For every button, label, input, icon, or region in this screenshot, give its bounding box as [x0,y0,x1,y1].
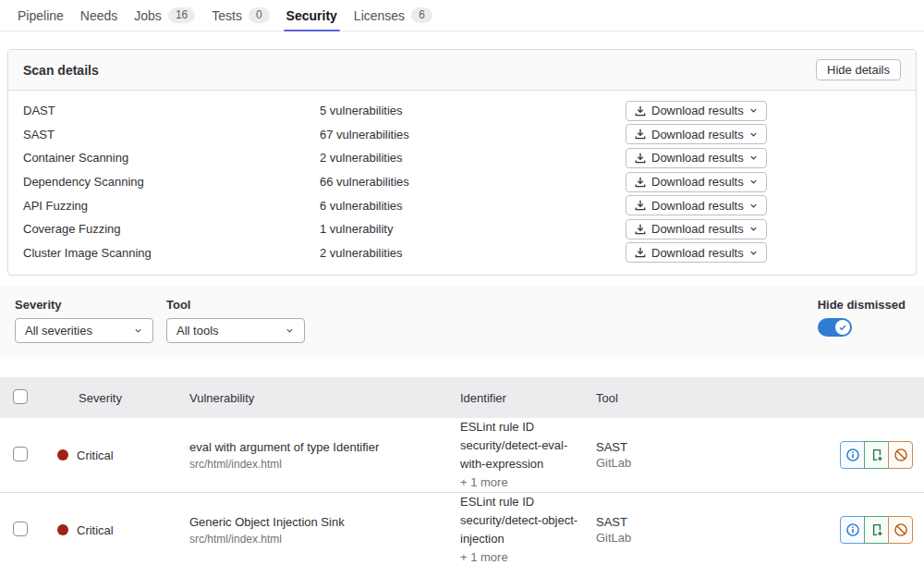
row-checkbox[interactable] [13,522,28,536]
row-actions [840,516,924,544]
scan-name: DAST [23,104,320,117]
tab-tests[interactable]: Tests0 [203,0,277,31]
pipeline-tabs: Pipeline Needs Jobs16 Tests0 Security Li… [0,0,924,31]
scan-details-title: Scan details [23,63,99,78]
identifier-more: + 1 more [460,548,581,565]
tab-jobs-count-badge: 16 [168,7,195,23]
download-icon [634,176,647,189]
vulnerability-file-path: src/html/index.html [189,533,434,546]
column-header-tool: Tool [587,391,702,405]
scan-details-card: Scan details Hide details DAST 5 vulnera… [7,49,917,276]
download-results-button[interactable]: Download results [626,101,767,121]
select-all-checkbox[interactable] [13,389,28,404]
hide-details-button[interactable]: Hide details [816,59,901,80]
dismiss-vulnerability-button[interactable] [888,441,913,469]
chevron-down-icon [748,153,759,163]
tab-label: Needs [80,8,117,23]
identifier-text: ESLint rule ID security/detect-object-in… [460,493,581,548]
download-results-label: Download results [651,246,744,260]
dismiss-vulnerability-button[interactable] [888,516,913,544]
tab-label: Tests [212,8,242,23]
tab-label: Jobs [134,8,162,23]
tab-licenses[interactable]: Licenses6 [346,0,441,31]
create-issue-button[interactable] [864,441,889,469]
download-results-button[interactable]: Download results [626,195,767,215]
download-results-label: Download results [651,175,744,189]
scan-count: 5 vulnerabilities [320,104,626,117]
hide-dismissed-toggle[interactable] [818,318,852,337]
vulnerability-cell: Generic Object Injection Sink src/html/i… [180,515,451,546]
download-results-button[interactable]: Download results [626,172,767,192]
chevron-down-icon [748,248,759,258]
download-results-button[interactable]: Download results [626,148,767,168]
identifier-more: + 1 more [460,473,581,492]
scan-row-cluster-image-scanning: Cluster Image Scanning 2 vulnerabilities… [23,241,901,265]
more-info-button[interactable] [840,441,865,469]
chevron-down-icon [748,177,759,187]
tool-name: SAST [596,514,702,530]
hide-dismissed-filter: Hide dismissed [818,298,909,337]
vulnerability-title-link[interactable]: eval with argument of type Identifier [189,440,434,454]
tool-cell: SAST GitLab [587,514,702,546]
table-header-checkbox-cell [0,389,44,407]
vulnerability-title-link[interactable]: Generic Object Injection Sink [189,515,434,529]
information-icon [845,448,860,462]
scan-name: Coverage Fuzzing [23,222,320,236]
scan-count: 2 vulnerabilities [320,151,626,165]
download-icon [634,152,647,165]
download-results-label: Download results [651,222,744,236]
table-header-row: Severity Vulnerability Identifier Tool [0,377,924,418]
dismiss-icon [894,522,908,537]
vulnerability-cell: eval with argument of type Identifier sr… [180,440,451,471]
tab-pipeline[interactable]: Pipeline [9,0,72,31]
download-icon [634,199,647,212]
severity-label: Critical [77,448,114,462]
severity-label: Critical [77,523,114,537]
vulnerability-file-path: src/html/index.html [189,458,434,471]
tab-licenses-count-badge: 6 [411,7,432,23]
download-results-button[interactable]: Download results [626,124,767,144]
check-icon [838,323,847,332]
hide-details-label: Hide details [827,63,890,77]
download-results-label: Download results [651,199,744,213]
severity-filter-label: Severity [15,298,153,312]
tool-filter: Tool All tools [166,298,305,343]
severity-filter-select[interactable]: All severities [15,318,153,343]
download-results-button[interactable]: Download results [626,242,767,263]
scan-row-container-scanning: Container Scanning 2 vulnerabilities Dow… [23,146,901,170]
scan-count: 2 vulnerabilities [320,246,626,260]
row-checkbox[interactable] [13,447,28,461]
tab-jobs[interactable]: Jobs16 [126,0,203,31]
scan-row-coverage-fuzzing: Coverage Fuzzing 1 vulnerability Downloa… [23,217,901,241]
scan-details-header: Scan details Hide details [8,50,916,91]
scan-name: Cluster Image Scanning [23,246,320,260]
column-header-identifier: Identifier [451,391,587,405]
toggle-thumb [835,320,850,335]
download-icon [634,223,647,236]
tab-label: Licenses [354,8,405,23]
severity-cell: Critical [44,523,180,537]
tab-tests-count-badge: 0 [249,7,270,23]
scan-name: SAST [23,128,320,141]
tab-security[interactable]: Security [278,0,346,31]
more-info-button[interactable] [840,516,865,544]
scan-name: API Fuzzing [23,199,320,213]
tool-filter-select[interactable]: All tools [166,318,305,343]
create-issue-button[interactable] [864,516,889,544]
download-results-label: Download results [651,104,744,117]
download-icon [634,128,647,141]
severity-cell: Critical [44,448,180,462]
information-icon [845,522,860,537]
identifier-text: ESLint rule ID security/detect-eval-with… [460,418,581,473]
row-checkbox-cell [0,522,44,539]
tab-needs[interactable]: Needs [72,0,126,31]
row-checkbox-cell [0,447,44,464]
scan-row-dast: DAST 5 vulnerabilities Download results [23,99,901,123]
identifier-cell: ESLint rule ID security/detect-eval-with… [451,418,587,492]
scan-name: Container Scanning [23,151,320,165]
critical-severity-icon [57,524,68,535]
download-results-button[interactable]: Download results [626,219,767,240]
tool-filter-value: All tools [176,324,219,338]
chevron-down-icon [133,325,143,336]
tab-label: Security [286,8,337,23]
